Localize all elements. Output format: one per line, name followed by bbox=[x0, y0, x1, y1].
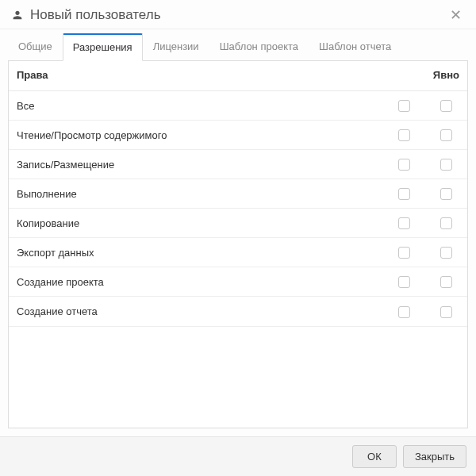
perm-label: Запись/Размещение bbox=[9, 150, 384, 179]
perm-grant-checkbox[interactable] bbox=[398, 129, 410, 141]
perm-explicit-checkbox[interactable] bbox=[440, 247, 452, 259]
table-header-row: Права Явно bbox=[9, 61, 467, 91]
perm-explicit-checkbox[interactable] bbox=[440, 100, 452, 112]
close-button[interactable]: Закрыть bbox=[403, 445, 466, 468]
perm-label: Выполнение bbox=[9, 179, 384, 209]
col-grant bbox=[384, 61, 425, 91]
table-row: Экспорт данных bbox=[9, 238, 467, 267]
dialog-title: Новый пользователь bbox=[30, 7, 447, 23]
tab-licenses[interactable]: Лицензии bbox=[143, 33, 209, 61]
new-user-dialog: Новый пользователь ✕ Общие Разрешения Ли… bbox=[0, 0, 476, 476]
perm-label: Создание отчета bbox=[9, 297, 384, 326]
perm-explicit-checkbox[interactable] bbox=[440, 129, 452, 141]
dialog-footer: ОК Закрыть bbox=[0, 436, 476, 476]
ok-button[interactable]: ОК bbox=[352, 445, 397, 468]
col-rights: Права bbox=[9, 61, 384, 91]
table-row: Выполнение bbox=[9, 179, 467, 209]
perm-grant-checkbox[interactable] bbox=[398, 188, 410, 200]
col-explicit: Явно bbox=[425, 61, 467, 91]
perm-grant-checkbox[interactable] bbox=[398, 306, 410, 318]
tab-project-template[interactable]: Шаблон проекта bbox=[209, 33, 309, 61]
perm-label: Копирование bbox=[9, 209, 384, 238]
perm-explicit-checkbox[interactable] bbox=[440, 159, 452, 171]
permissions-table: Права Явно Все Чтение/Просмотр содержимо… bbox=[9, 61, 467, 327]
table-row: Запись/Размещение bbox=[9, 150, 467, 179]
perm-label: Чтение/Просмотр содержимого bbox=[9, 121, 384, 150]
perm-label: Все bbox=[9, 91, 384, 121]
table-row: Создание отчета bbox=[9, 297, 467, 326]
tabs-bar: Общие Разрешения Лицензии Шаблон проекта… bbox=[0, 33, 476, 60]
perm-label: Создание проекта bbox=[9, 267, 384, 297]
user-icon bbox=[11, 9, 24, 21]
perm-explicit-checkbox[interactable] bbox=[440, 276, 452, 288]
perm-explicit-checkbox[interactable] bbox=[440, 188, 452, 200]
perm-explicit-checkbox[interactable] bbox=[440, 306, 452, 318]
table-row: Все bbox=[9, 91, 467, 121]
perm-grant-checkbox[interactable] bbox=[398, 100, 410, 112]
perm-explicit-checkbox[interactable] bbox=[440, 217, 452, 229]
perm-grant-checkbox[interactable] bbox=[398, 217, 410, 229]
tab-report-template[interactable]: Шаблон отчета bbox=[309, 33, 401, 61]
tab-general[interactable]: Общие bbox=[8, 33, 63, 61]
permissions-panel: Права Явно Все Чтение/Просмотр содержимо… bbox=[8, 60, 468, 428]
table-row: Копирование bbox=[9, 209, 467, 238]
dialog-header: Новый пользователь ✕ bbox=[0, 0, 476, 29]
perm-grant-checkbox[interactable] bbox=[398, 247, 410, 259]
table-row: Чтение/Просмотр содержимого bbox=[9, 121, 467, 150]
close-icon[interactable]: ✕ bbox=[447, 6, 465, 24]
table-row: Создание проекта bbox=[9, 267, 467, 297]
perm-grant-checkbox[interactable] bbox=[398, 159, 410, 171]
perm-grant-checkbox[interactable] bbox=[398, 276, 410, 288]
perm-label: Экспорт данных bbox=[9, 238, 384, 267]
tab-permissions[interactable]: Разрешения bbox=[63, 33, 143, 61]
